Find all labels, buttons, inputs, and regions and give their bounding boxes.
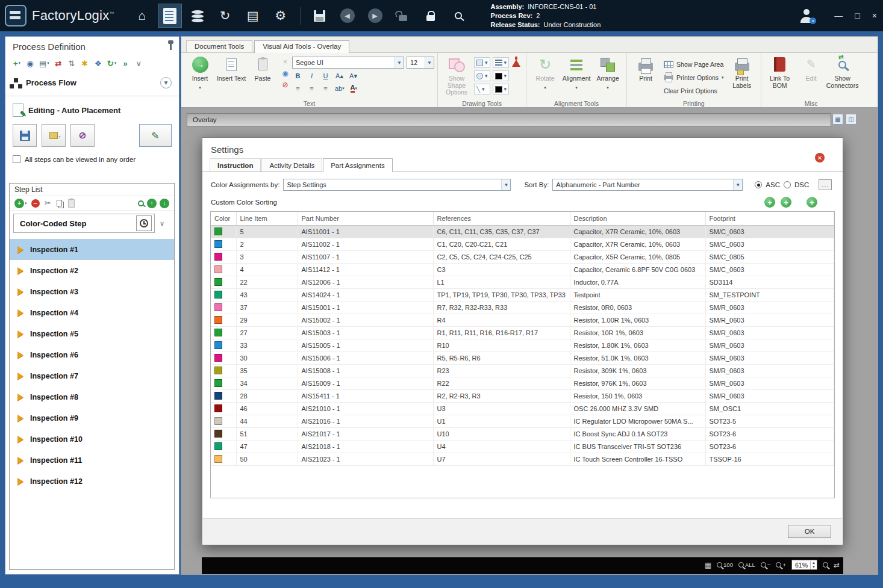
step-list-item[interactable]: Inspection #12: [10, 471, 174, 492]
part-assignment-row[interactable]: 22AIS12006 - 1L1Inductor, 0.77ASD3114: [211, 276, 834, 288]
add-color-button[interactable]: +: [764, 197, 775, 208]
ok-button[interactable]: OK: [788, 525, 831, 538]
step-list-item[interactable]: Inspection #3: [10, 281, 174, 302]
tab-document-tools[interactable]: Document Tools: [186, 40, 252, 52]
column-header-footprint[interactable]: Footprint: [705, 212, 834, 225]
part-assignment-row[interactable]: 34AIS15009 - 1R22Resistor, 976K 1%, 0603…: [211, 377, 834, 389]
add-color-button[interactable]: +: [781, 197, 791, 208]
process-flow-row[interactable]: Process Flow ▼: [5, 72, 179, 93]
show-shape-options-button[interactable]: Show Shape Options: [441, 54, 472, 96]
home-icon[interactable]: ⌂: [130, 4, 154, 28]
color-swatch[interactable]: [214, 291, 222, 299]
step-list-item[interactable]: Inspection #1: [10, 239, 174, 260]
transfer-icon[interactable]: ⇄: [54, 58, 63, 68]
timer-button[interactable]: [136, 215, 152, 231]
find-step-icon[interactable]: [138, 200, 144, 206]
zoom-level-input[interactable]: 61%▲▼: [791, 560, 817, 570]
minimize-button[interactable]: —: [834, 11, 843, 20]
rotate-button[interactable]: ↻ Rotate ▾: [529, 54, 561, 91]
font-family-select[interactable]: Segoe UI▼: [292, 57, 404, 69]
part-assignment-row[interactable]: 3AIS11007 - 1C2, C5, C5, C24, C24-C25, C…: [211, 250, 834, 263]
more-options-button[interactable]: ...: [819, 179, 832, 190]
audit-search-icon[interactable]: [446, 4, 470, 28]
chemical-flask-icon[interactable]: [511, 57, 521, 66]
color-swatch[interactable]: [214, 404, 222, 412]
font-size-select[interactable]: 12▼: [407, 57, 434, 69]
rectangle-tool-select[interactable]: ▾: [474, 57, 490, 68]
ellipse-tool-select[interactable]: ▾: [474, 70, 490, 81]
add-color-button[interactable]: +: [807, 197, 817, 208]
insert-button[interactable]: → Insert ▾: [184, 54, 216, 91]
grid-view-icon[interactable]: ▦: [832, 114, 843, 125]
part-assignment-row[interactable]: 30AIS15006 - 1R5, R5-R6, R6Resistor, 51.…: [211, 351, 834, 364]
step-list-item[interactable]: Inspection #6: [10, 344, 174, 365]
unlock-icon[interactable]: [391, 4, 415, 28]
maximize-button[interactable]: □: [855, 11, 860, 20]
color-swatch[interactable]: [214, 417, 222, 425]
part-assignment-row[interactable]: 5AIS11001 - 1C6, C11, C11, C35, C35, C37…: [211, 225, 834, 238]
process-editor-icon[interactable]: [158, 4, 182, 28]
step-list-item[interactable]: Inspection #5: [10, 323, 174, 344]
font-color-button[interactable]: A▾: [348, 83, 360, 94]
color-swatch[interactable]: [214, 240, 222, 248]
assign-up-icon[interactable]: ⇅: [67, 58, 76, 68]
zoom-100-button[interactable]: 100: [717, 562, 733, 568]
fast-forward-icon[interactable]: »: [121, 58, 129, 68]
copy-icon[interactable]: [57, 200, 62, 206]
paste-button[interactable]: Paste: [247, 54, 278, 82]
step-list-item[interactable]: Inspection #10: [10, 429, 174, 450]
tab-instruction[interactable]: Instruction: [210, 158, 261, 172]
color-swatch[interactable]: [214, 379, 222, 387]
stroke-color-select[interactable]: ▾: [493, 70, 510, 81]
step-list-item[interactable]: Inspection #2: [10, 260, 174, 281]
freehand-tool-select[interactable]: ╲▾: [474, 84, 490, 94]
zoom-window-button[interactable]: [823, 562, 828, 568]
tab-part-assignments[interactable]: Part Assignments: [323, 158, 392, 172]
forward-icon[interactable]: ▶: [363, 4, 387, 28]
save-step-button[interactable]: [13, 124, 37, 147]
refresh-icon[interactable]: ↻▾: [107, 58, 116, 68]
sync-icon[interactable]: ↻: [213, 4, 237, 28]
column-header-description[interactable]: Description: [570, 212, 705, 225]
back-icon[interactable]: ◀: [335, 4, 360, 28]
pan-icon[interactable]: ⇄: [834, 561, 840, 569]
part-assignment-row[interactable]: 27AIS15003 - 1R1, R11, R11, R16, R16-R17…: [211, 326, 834, 339]
pcb-canvas[interactable]: ▦ 100 ALL − + 61%▲▼ ⇄: [202, 557, 843, 574]
part-assignment-row[interactable]: 29AIS15002 - 1R4Resistor, 1.00R 1%, 0603…: [211, 314, 834, 326]
part-assignment-row[interactable]: 33AIS15005 - 1R10Resistor, 1.80K 1%, 060…: [211, 339, 834, 351]
color-swatch[interactable]: [214, 316, 222, 324]
part-assignment-row[interactable]: 35AIS15008 - 1R23Resistor, 309K 1%, 0603…: [211, 364, 834, 377]
tab-activity-details[interactable]: Activity Details: [261, 158, 322, 172]
add-step-icon[interactable]: +▾: [13, 58, 21, 68]
printer-options-button[interactable]: Printer Options▾: [664, 72, 724, 82]
paste-icon[interactable]: [68, 199, 75, 208]
fill-color-select[interactable]: ▾: [493, 84, 510, 94]
add-step-icon[interactable]: +▾: [14, 199, 27, 208]
save-icon[interactable]: [308, 4, 332, 28]
part-assignment-row[interactable]: 50AIS21023 - 1U7IC Touch Screen Controll…: [211, 453, 834, 465]
part-assignment-row[interactable]: 46AIS21010 - 1U3OSC 26.000 MHZ 3.3V SMDS…: [211, 402, 834, 415]
align-right-icon[interactable]: ≡: [320, 83, 331, 94]
settings-gear-icon[interactable]: ⚙: [269, 4, 293, 28]
color-swatch[interactable]: [214, 227, 222, 235]
shrink-font-button[interactable]: A▾: [348, 70, 359, 81]
part-assignment-row[interactable]: 47AIS21018 - 1U4IC BUS Transceiver TRI-S…: [211, 440, 834, 453]
color-swatch[interactable]: [214, 442, 222, 450]
step-type-chevron-icon[interactable]: ∨: [155, 220, 169, 227]
color-swatch[interactable]: [214, 265, 222, 273]
pin-icon[interactable]: [170, 44, 172, 50]
column-header-line-item[interactable]: Line Item: [236, 212, 298, 225]
asc-radio[interactable]: [755, 181, 762, 188]
color-swatch[interactable]: [214, 253, 222, 261]
align-center-icon[interactable]: ≡: [306, 83, 317, 94]
cut-icon[interactable]: ✂: [44, 199, 52, 208]
show-connectors-button[interactable]: Show Connectors: [827, 54, 858, 89]
part-assignment-row[interactable]: 44AIS21016 - 1U1IC Regulator LDO Micropo…: [211, 415, 834, 427]
column-header-color[interactable]: Color: [211, 212, 236, 225]
color-assignments-select[interactable]: Step Settings▼: [283, 179, 511, 191]
print-labels-button[interactable]: Print Labels: [726, 54, 758, 89]
step-type-selector[interactable]: Color-Coded Step: [13, 214, 155, 233]
alignment-button[interactable]: Alignment ▾: [561, 54, 592, 91]
align-left-icon[interactable]: ≡: [292, 83, 304, 94]
no-entry-icon[interactable]: ⊘: [280, 80, 290, 89]
